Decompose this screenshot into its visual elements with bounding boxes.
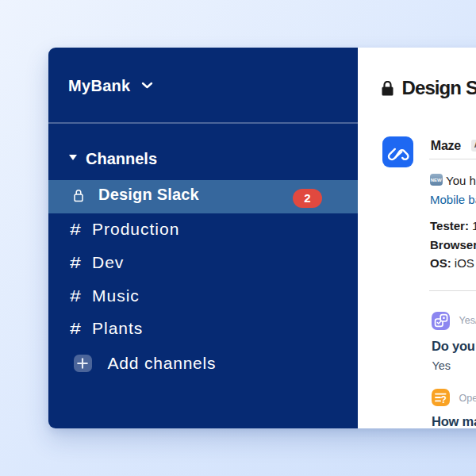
svg-text:?: ? xyxy=(441,394,447,405)
